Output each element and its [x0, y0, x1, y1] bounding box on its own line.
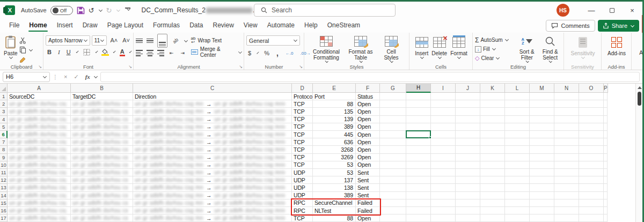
cell-p2[interactable] [604, 100, 608, 108]
cell-n7[interactable] [554, 138, 579, 146]
undo-dropdown-icon[interactable] [99, 8, 103, 11]
number-dialog-launcher-icon[interactable]: ↘ [299, 64, 303, 69]
cell-o1[interactable] [579, 93, 604, 100]
cell-j5[interactable] [456, 123, 480, 131]
cell-o5[interactable] [579, 123, 604, 131]
cell-e10[interactable]: 53 [313, 161, 356, 169]
cell-c7[interactable]: un gr sdbfh dsrhsu csg mnie→un gr sdbfh … [133, 138, 292, 146]
cell-c10[interactable]: un gr sdbfh dsrhsu csg mnie→un gr sdbfh … [133, 161, 292, 169]
cell-n1[interactable] [554, 93, 579, 100]
cell-l5[interactable] [505, 123, 530, 131]
column-header-k[interactable]: K [480, 84, 505, 93]
save-icon[interactable] [77, 6, 85, 14]
cell-o10[interactable] [579, 161, 604, 169]
cell-b11[interactable]: un gr sdbfh dsrhsu csg mnie [71, 169, 133, 176]
cell-i6[interactable] [431, 131, 456, 138]
cell-d13[interactable]: UDP [292, 184, 313, 191]
column-header-p[interactable]: P [604, 84, 608, 93]
cell-k5[interactable] [480, 123, 505, 131]
cell-m17[interactable] [530, 214, 554, 222]
cell-b17[interactable]: un gr sdbfh dsrhsu csg mnie [71, 214, 133, 222]
row-number-11[interactable]: 11 [0, 169, 8, 176]
cell-h16[interactable] [406, 207, 431, 214]
cell-h9[interactable] [406, 154, 431, 161]
cell-l16[interactable] [505, 207, 530, 214]
cell-n11[interactable] [554, 169, 579, 176]
cell-j10[interactable] [456, 161, 480, 169]
cell-b16[interactable]: un gr sdbfh dsrhsu csg mnie [71, 207, 133, 214]
analyze-data-button[interactable]: Analyze Data [634, 34, 644, 63]
cell-l2[interactable] [505, 100, 530, 108]
row-number-9[interactable]: 9 [0, 154, 8, 161]
vertical-scrollbar[interactable] [635, 84, 642, 222]
cell-g2[interactable] [380, 100, 406, 108]
cell-p15[interactable] [604, 199, 608, 207]
cell-e8[interactable]: 3268 [313, 146, 356, 153]
autosave-toggle[interactable]: Off [50, 6, 73, 15]
cell-m2[interactable] [530, 100, 554, 108]
align-center-button[interactable] [147, 50, 153, 56]
cell-m13[interactable] [530, 184, 554, 191]
cell-n10[interactable] [554, 161, 579, 169]
row-number-4[interactable]: 4 [0, 116, 8, 123]
cell-p11[interactable] [604, 169, 608, 176]
row-number-3[interactable]: 3 [0, 108, 8, 115]
column-header-i[interactable]: I [431, 84, 456, 93]
row-number-16[interactable]: 16 [0, 207, 8, 214]
insert-cells-button[interactable]: Insert [413, 34, 430, 63]
cell-m4[interactable] [530, 116, 554, 123]
cell-o16[interactable] [579, 207, 604, 214]
cell-j4[interactable] [456, 116, 480, 123]
cell-h14[interactable] [406, 192, 431, 199]
cell-h3[interactable] [406, 108, 431, 115]
merge-center-button[interactable]: Merge & Center [191, 47, 242, 57]
cell-l13[interactable] [505, 184, 530, 191]
cell-n17[interactable] [554, 214, 579, 222]
cell-h15[interactable] [406, 199, 431, 207]
cell-g5[interactable] [380, 123, 406, 131]
maximize-button[interactable] [602, 2, 622, 18]
cell-n12[interactable] [554, 176, 579, 184]
cell-j7[interactable] [456, 138, 480, 146]
cell-b7[interactable]: un gr sdbfh dsrhsu csg mnie [71, 138, 133, 146]
tab-file[interactable]: File [4, 19, 24, 32]
cell-j13[interactable] [456, 184, 480, 191]
cell-m1[interactable] [530, 93, 554, 100]
cell-i16[interactable] [431, 207, 456, 214]
cell-g4[interactable] [380, 116, 406, 123]
cell-c16[interactable]: un gr sdbfh dsrhsu csg mnie→un gr sdbfh … [133, 207, 292, 214]
row-number-1[interactable]: 1 [0, 93, 8, 100]
cell-o17[interactable] [579, 214, 604, 222]
cancel-button[interactable]: × [61, 73, 70, 80]
cell-o9[interactable] [579, 154, 604, 161]
selection-fill-handle[interactable] [429, 136, 431, 139]
cell-a7[interactable]: un gr sdbfh dsrhsu csg mnie [8, 138, 71, 146]
row-number-14[interactable]: 14 [0, 192, 8, 199]
italic-button[interactable]: I [56, 48, 62, 56]
cell-b13[interactable]: un gr sdbfh dsrhsu csg mnie [71, 184, 133, 191]
tab-insert[interactable]: Insert [52, 19, 78, 32]
top-align-button[interactable] [136, 39, 143, 43]
tab-automate[interactable]: Automate [262, 19, 299, 32]
cell-e11[interactable]: 53 [313, 169, 356, 176]
accounting-format-button[interactable]: $ [246, 49, 253, 57]
cell-n15[interactable] [554, 199, 579, 207]
cell-c5[interactable]: un gr sdbfh dsrhsu csg mnie→un gr sdbfh … [133, 123, 292, 131]
cell-d3[interactable]: TCP [292, 108, 313, 115]
scroll-up-icon[interactable] [638, 86, 642, 89]
cell-e5[interactable]: 389 [313, 123, 356, 131]
cell-p4[interactable] [604, 116, 608, 123]
row-number-6[interactable]: 6 [0, 131, 8, 138]
cell-k17[interactable] [480, 214, 505, 222]
cell-n2[interactable] [554, 100, 579, 108]
column-header-d[interactable]: D [292, 84, 313, 93]
cell-h11[interactable] [406, 169, 431, 176]
tab-formulas[interactable]: Formulas [148, 19, 185, 32]
cell-e6[interactable]: 445 [313, 131, 356, 138]
cell-p6[interactable] [604, 131, 608, 138]
column-header-a[interactable]: A [8, 84, 71, 93]
cell-i17[interactable] [431, 214, 456, 222]
underline-button[interactable]: U [65, 48, 72, 56]
row-number-13[interactable]: 13 [0, 184, 8, 191]
cell-m16[interactable] [530, 207, 554, 214]
